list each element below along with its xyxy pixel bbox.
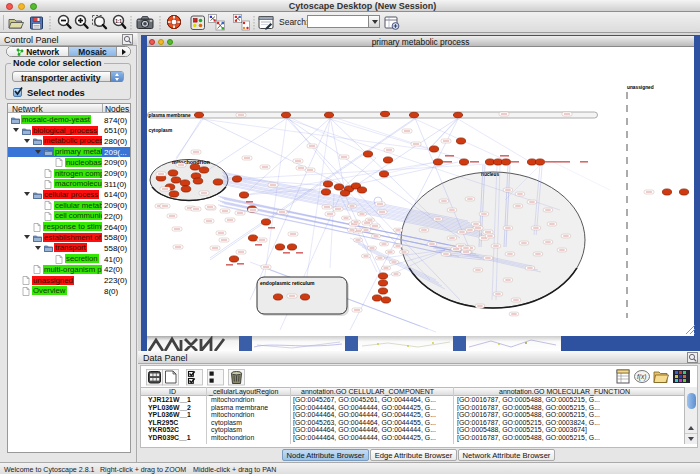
svg-text:1:1: 1:1 bbox=[115, 19, 122, 24]
svg-text:plasma membrane: plasma membrane bbox=[149, 113, 191, 118]
svg-text:f(x): f(x) bbox=[637, 373, 646, 381]
svg-text:endoplasmic reticulum: endoplasmic reticulum bbox=[260, 280, 315, 286]
svg-text:cytoplasm: cytoplasm bbox=[149, 128, 173, 133]
svg-text:unassigned: unassigned bbox=[627, 85, 654, 90]
